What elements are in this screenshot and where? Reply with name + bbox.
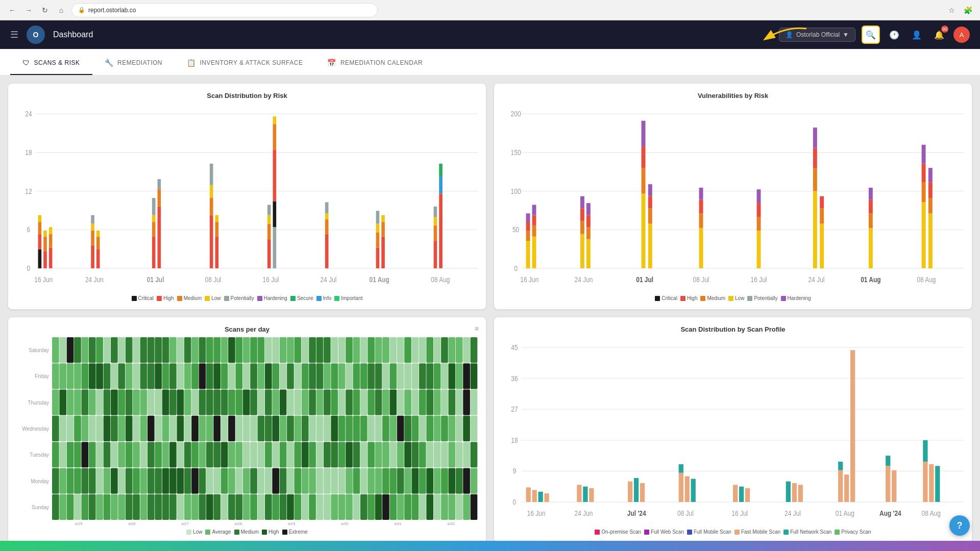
svg-rect-341 (213, 416, 220, 441)
svg-rect-366 (397, 416, 404, 441)
legend-hardening: Hardening (257, 295, 287, 301)
svg-rect-457 (213, 468, 220, 493)
svg-rect-506 (148, 494, 155, 520)
svg-rect-123 (820, 208, 824, 223)
svg-rect-214 (133, 363, 140, 389)
svg-rect-349 (272, 416, 279, 441)
clock-icon[interactable]: 🕐 (886, 27, 902, 43)
svg-rect-324 (89, 416, 96, 441)
wrench-icon: 🔧 (105, 59, 114, 67)
svg-rect-336 (177, 416, 184, 441)
svg-rect-25 (96, 237, 100, 249)
day-friday: Friday (16, 373, 49, 379)
svg-rect-456 (206, 468, 213, 493)
svg-rect-343 (228, 416, 235, 441)
svg-text:08 Jul: 08 Jul (677, 509, 694, 518)
svg-rect-15 (43, 237, 47, 252)
svg-rect-416 (338, 442, 346, 467)
svg-rect-438 (74, 468, 81, 493)
svg-rect-447 (140, 468, 148, 493)
svg-rect-586 (850, 350, 855, 502)
tab-remediation-calendar-label: REMEDIATION CALENDAR (340, 59, 423, 66)
svg-rect-527 (302, 494, 309, 520)
svg-rect-492 (471, 468, 478, 493)
svg-rect-175 (272, 337, 279, 363)
svg-rect-541 (404, 494, 411, 520)
svg-rect-294 (295, 390, 302, 415)
tab-scans-risk[interactable]: 🛡 SCANS & RISK (10, 52, 92, 75)
svg-rect-23 (91, 215, 94, 224)
svg-rect-42 (267, 223, 271, 239)
tab-remediation-calendar[interactable]: 📅 REMEDIATION CALENDAR (315, 52, 435, 75)
bookmark-icon[interactable]: ☆ (945, 4, 958, 16)
reload-button[interactable]: ↻ (39, 4, 51, 16)
notification-bell[interactable]: 🔔 90 (931, 27, 947, 43)
svg-rect-543 (419, 494, 426, 520)
svg-rect-57 (376, 211, 380, 223)
svg-rect-593 (935, 466, 940, 502)
svg-rect-325 (96, 416, 103, 441)
svg-rect-20 (91, 245, 94, 268)
svg-rect-579 (745, 488, 750, 502)
svg-rect-460 (235, 468, 242, 493)
svg-rect-39 (215, 222, 219, 237)
browser-icons: ☆ 🧩 (945, 4, 974, 16)
menu-icon[interactable]: ☰ (10, 29, 18, 40)
svg-rect-591 (923, 440, 927, 462)
avatar[interactable]: A (953, 27, 970, 43)
svg-rect-276 (162, 390, 169, 415)
svg-rect-583 (838, 470, 843, 502)
svg-rect-422 (382, 442, 389, 467)
svg-rect-389 (140, 442, 148, 467)
help-button[interactable]: ? (949, 515, 970, 536)
svg-rect-44 (267, 205, 271, 215)
home-button[interactable]: ⌂ (55, 4, 67, 16)
svg-rect-350 (280, 416, 287, 441)
svg-rect-153 (111, 337, 118, 363)
tab-remediation[interactable]: 🔧 REMEDIATION (92, 52, 175, 75)
svg-rect-246 (368, 363, 375, 389)
main-content: Scan Distribution by Risk 24 18 12 6 0 (0, 76, 980, 551)
svg-rect-101 (586, 203, 591, 215)
scans-per-day-chart: Saturday Friday Thursday Wednesday Tuesd… (16, 337, 478, 526)
svg-rect-316 (456, 390, 463, 415)
svg-rect-213 (126, 363, 133, 389)
svg-rect-198 (441, 337, 448, 363)
back-button[interactable]: ← (6, 4, 18, 16)
tab-inventory[interactable]: 📋 INVENTORY & ATTACK SURFACE (175, 52, 315, 75)
svg-rect-358 (338, 416, 346, 441)
search-button[interactable]: 🔍 (862, 26, 880, 44)
svg-rect-413 (316, 442, 324, 467)
menu-dots[interactable]: ≡ (475, 324, 479, 333)
svg-rect-396 (191, 442, 199, 467)
svg-rect-437 (67, 468, 74, 493)
svg-rect-168 (221, 337, 228, 363)
svg-rect-470 (309, 468, 316, 493)
day-wednesday: Wednesday (16, 426, 49, 432)
svg-rect-10 (38, 249, 42, 268)
svg-rect-446 (133, 468, 140, 493)
address-bar[interactable]: 🔒 report.ostorlab.co (71, 3, 378, 17)
svg-rect-372 (441, 416, 448, 441)
svg-text:24 Jul: 24 Jul (321, 276, 337, 284)
svg-rect-13 (38, 215, 42, 222)
svg-rect-331 (140, 416, 148, 441)
extensions-icon[interactable]: 🧩 (962, 4, 974, 16)
svg-rect-582 (798, 485, 803, 502)
svg-rect-16 (43, 231, 47, 237)
svg-rect-421 (375, 442, 382, 467)
svg-rect-505 (140, 494, 148, 520)
svg-rect-406 (265, 442, 272, 467)
svg-rect-277 (169, 390, 177, 415)
svg-rect-199 (448, 337, 455, 363)
svg-rect-531 (331, 494, 338, 520)
svg-rect-43 (267, 215, 271, 224)
svg-rect-333 (155, 416, 162, 441)
scan-by-profile-title: Scan Distribution by Scan Profile (502, 325, 964, 333)
user-icon[interactable]: 👤 (909, 27, 925, 43)
day-thursday: Thursday (16, 400, 49, 406)
forward-button[interactable]: → (22, 4, 35, 16)
org-selector[interactable]: 👤 Ostorlab Official ▼ (779, 28, 855, 42)
svg-rect-188 (368, 337, 375, 363)
svg-rect-571 (634, 478, 639, 502)
